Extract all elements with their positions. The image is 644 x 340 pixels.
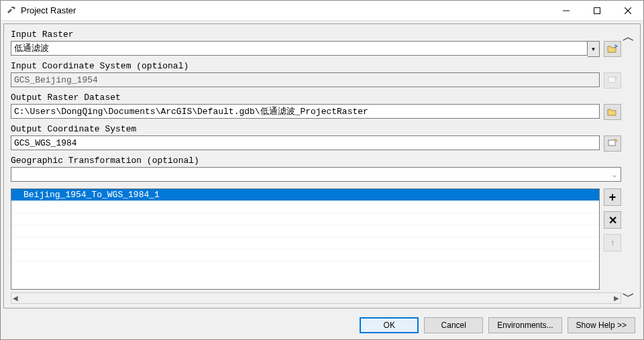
window-title: Project Raster	[21, 5, 551, 15]
transform-listbox[interactable]: Beijing_1954_To_WGS_1984_1	[11, 188, 600, 290]
chevron-down-icon: ⌵	[612, 171, 616, 178]
list-remove-button[interactable]: ✕	[604, 211, 621, 229]
list-item	[11, 249, 599, 262]
svg-rect-4	[608, 77, 615, 82]
output-raster-input[interactable]	[11, 104, 600, 119]
list-item	[11, 237, 599, 249]
svg-rect-5	[608, 140, 615, 146]
list-moveup-button: ↑	[604, 234, 621, 251]
scroll-left-icon[interactable]: ◀	[13, 294, 18, 302]
input-raster-label: Input Raster	[11, 30, 621, 40]
list-item[interactable]: Beijing_1954_To_WGS_1984_1	[11, 189, 599, 201]
cancel-button[interactable]: Cancel	[424, 317, 483, 333]
output-cs-properties-button[interactable]	[604, 135, 621, 152]
minimize-button[interactable]	[551, 1, 582, 21]
output-cs-input[interactable]	[11, 135, 600, 150]
list-add-button[interactable]: +	[604, 188, 621, 206]
environments-button[interactable]: Environments...	[488, 317, 561, 333]
dialog-panel: Input Raster ▼ Input Coordinate System (…	[3, 23, 641, 308]
output-cs-label: Output Coordinate System	[11, 124, 621, 134]
input-cs-input	[11, 72, 600, 87]
hammer-icon	[6, 5, 17, 16]
list-item	[11, 225, 599, 237]
input-raster-browse-button[interactable]	[604, 41, 621, 57]
vertical-scrollbar[interactable]: ︿ ﹀	[621, 30, 636, 304]
maximize-button[interactable]	[582, 1, 612, 21]
list-item	[11, 201, 599, 213]
dialog-button-bar: OK Cancel Environments... Show Help >>	[1, 311, 643, 339]
scroll-down-icon[interactable]: ﹀	[623, 290, 635, 302]
show-help-button[interactable]: Show Help >>	[568, 317, 635, 333]
input-raster-dropdown-button[interactable]: ▼	[588, 41, 600, 57]
list-item	[11, 213, 599, 225]
close-button[interactable]	[612, 1, 643, 21]
horizontal-scrollbar[interactable]: ◀ ▶	[11, 292, 621, 304]
geo-transform-label: Geographic Transformation (optional)	[11, 156, 621, 166]
svg-rect-1	[594, 7, 600, 13]
input-cs-properties-button	[604, 72, 621, 89]
input-raster-input[interactable]	[11, 41, 588, 56]
output-raster-label: Output Raster Dataset	[11, 93, 621, 103]
window-controls	[551, 1, 643, 21]
scroll-up-icon[interactable]: ︿	[623, 31, 635, 43]
geo-transform-select[interactable]: ⌵	[11, 167, 621, 182]
scroll-right-icon[interactable]: ▶	[614, 294, 619, 302]
output-raster-browse-button[interactable]	[604, 104, 621, 120]
title-bar: Project Raster	[1, 1, 643, 21]
ok-button[interactable]: OK	[360, 317, 419, 333]
input-cs-label: Input Coordinate System (optional)	[11, 61, 621, 71]
